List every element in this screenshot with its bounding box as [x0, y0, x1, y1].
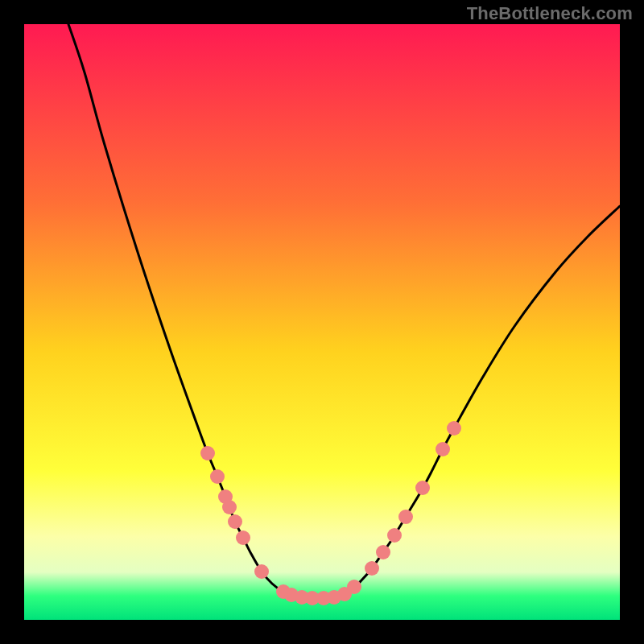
data-point — [254, 564, 269, 579]
data-point — [436, 442, 450, 456]
data-point — [376, 545, 390, 559]
data-point — [387, 528, 402, 543]
data-point — [236, 530, 250, 545]
data-point — [398, 510, 413, 524]
plot-area — [24, 24, 620, 620]
data-point — [222, 500, 237, 514]
data-point — [447, 421, 461, 436]
data-points — [24, 24, 620, 620]
data-point — [347, 580, 361, 594]
data-point — [200, 446, 215, 460]
data-point — [365, 561, 379, 576]
data-point — [415, 481, 430, 495]
watermark: TheBottleneck.com — [467, 3, 633, 24]
data-point — [210, 469, 225, 484]
data-point — [228, 514, 242, 529]
stage: TheBottleneck.com — [0, 0, 644, 644]
